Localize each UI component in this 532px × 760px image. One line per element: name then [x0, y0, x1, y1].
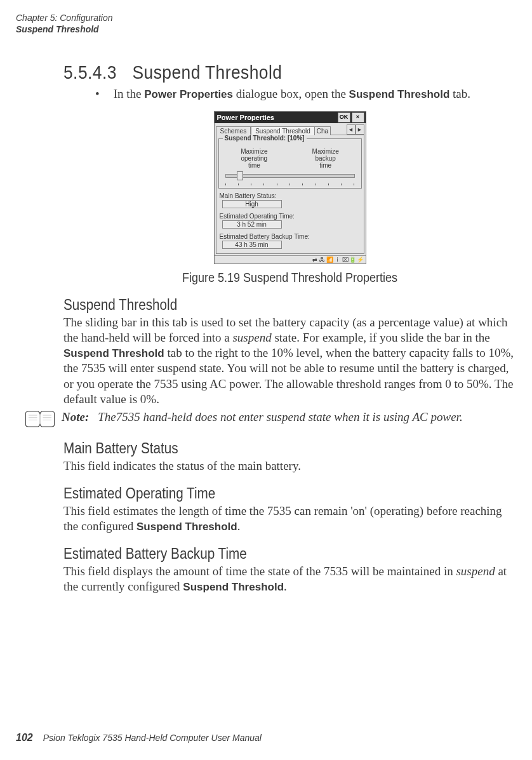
bullet-dot-icon: •: [95, 87, 100, 101]
text-frag: time: [319, 162, 331, 169]
threshold-groupbox: Suspend Threshold: [10%] Maximize operat…: [218, 138, 362, 189]
text-frag: Suspend Threshold: [: [225, 135, 290, 142]
suspend-italic: suspend: [456, 564, 495, 578]
text-frag: backup: [316, 155, 336, 162]
text-frag: time: [248, 162, 260, 169]
paragraph: The sliding bar in this tab is used to s…: [63, 315, 516, 407]
dialog-titlebar: Power Properties OK ×: [215, 112, 366, 123]
note-body: The7535 hand-held does not enter suspend…: [98, 410, 462, 423]
tab-suspend-threshold[interactable]: Suspend Threshold: [251, 126, 315, 135]
instruction-bullet: • In the Power Properties dialogue box, …: [95, 87, 516, 101]
text-frag: This field estimates the length of time …: [63, 504, 502, 533]
paragraph: This field estimates the length of time …: [63, 503, 516, 534]
suspend-threshold-bold: Suspend Threshold: [183, 581, 284, 593]
text-frag: dialogue box, open the: [233, 87, 349, 100]
paragraph: This field displays the amount of time t…: [63, 564, 516, 594]
close-button[interactable]: ×: [352, 112, 364, 123]
tray-plug-icon: ⚡: [357, 257, 364, 263]
footer: 102 Psion Teklogix 7535 Hand-Held Comput…: [16, 732, 262, 743]
est-backup-value: 43 h 35 min: [222, 241, 282, 249]
note-book-icon: [23, 410, 57, 429]
note-label: Note:: [62, 410, 89, 423]
tab-schemes[interactable]: Schemes: [216, 126, 251, 135]
figure-caption: Figure 5.19 Suspend Threshold Properties: [86, 270, 494, 285]
power-properties-label: Power Properties: [144, 88, 233, 100]
est-operating-label: Estimated Operating Time:: [220, 213, 361, 220]
text-frag: state. For example, if you slide the bar…: [272, 331, 490, 344]
text-frag: operating: [241, 155, 267, 162]
text-frag: In the: [114, 87, 145, 100]
footer-text: Psion Teklogix 7535 Hand-Held Computer U…: [43, 733, 262, 743]
slider-ticks: [225, 183, 355, 185]
dialog-panel: Suspend Threshold: [10%] Maximize operat…: [216, 135, 364, 254]
text-frag: ]: [302, 135, 304, 142]
slider-left-label: Maximize operating time: [222, 148, 288, 169]
main-battery-status-label: Main Battery Status:: [220, 192, 361, 199]
suspend-threshold-label: Suspend Threshold: [349, 88, 450, 100]
page-number: 102: [16, 732, 33, 743]
tray-signal-icon: 📶: [327, 257, 333, 263]
suspend-threshold-bold: Suspend Threshold: [136, 521, 237, 533]
text-frag: Maximize: [241, 148, 267, 155]
suspend-italic: suspend: [232, 331, 271, 344]
tray-lock-icon: ⌧: [342, 257, 349, 263]
tab-scroll-left-icon[interactable]: ◄: [347, 124, 356, 135]
tab-partial[interactable]: Cha: [315, 126, 331, 135]
est-backup-label: Estimated Battery Backup Time:: [220, 233, 361, 240]
header-line2: Suspend Threshold: [16, 24, 516, 36]
note: Note:The7535 hand-held does not enter su…: [23, 410, 516, 429]
tab-scroll-right-icon[interactable]: ►: [356, 124, 364, 135]
section-heading: 5.5.4.3 Suspend Threshold: [63, 62, 462, 83]
dialog-title: Power Properties: [216, 114, 336, 121]
threshold-slider[interactable]: [225, 171, 355, 183]
subheading-estimated-operating-time: Estimated Operating Time: [63, 485, 471, 502]
text-frag: Maximize: [312, 148, 339, 155]
paragraph: This field indicates the status of the m…: [63, 458, 516, 474]
header-line1: Chapter 5: Configuration: [16, 13, 516, 24]
tray-network-icon: 🖧: [319, 257, 326, 263]
subheading-estimated-battery-backup-time: Estimated Battery Backup Time: [63, 545, 471, 563]
ok-button[interactable]: OK: [338, 112, 350, 123]
text-frag: tab.: [449, 87, 470, 100]
threshold-value: 10%: [289, 135, 302, 142]
running-header: Chapter 5: Configuration Suspend Thresho…: [16, 13, 516, 35]
suspend-threshold-bold: Suspend Threshold: [63, 347, 164, 359]
text-frag: This field displays the amount of time t…: [63, 564, 456, 578]
slider-thumb-icon[interactable]: [237, 171, 243, 180]
section-number: 5.5.4.3: [63, 62, 117, 83]
tray-sync-icon: ⇄: [312, 257, 318, 263]
text-frag: .: [284, 580, 287, 593]
est-operating-value: 3 h 52 min: [222, 220, 282, 229]
tray-info-icon: i: [335, 257, 341, 263]
instruction-text: In the Power Properties dialogue box, op…: [114, 87, 470, 101]
taskbar: ⇄ 🖧 📶 i ⌧ 🔋 ⚡: [215, 255, 366, 263]
tab-strip: Schemes Suspend Threshold Cha ◄ ►: [215, 123, 366, 135]
slider-labels: Maximize operating time Maximize backup …: [222, 148, 359, 169]
slider-track: [225, 174, 355, 178]
text-frag: .: [237, 519, 241, 533]
tray-battery-icon: 🔋: [350, 257, 356, 263]
slider-right-label: Maximize backup time: [293, 148, 359, 169]
subheading-main-battery-status: Main Battery Status: [63, 440, 471, 457]
section-title: Suspend Threshold: [132, 62, 282, 83]
group-legend: Suspend Threshold: [10%]: [223, 135, 307, 142]
note-text: Note:The7535 hand-held does not enter su…: [62, 410, 463, 425]
power-properties-dialog: Power Properties OK × Schemes Suspend Th…: [214, 111, 366, 264]
subheading-suspend-threshold: Suspend Threshold: [63, 297, 471, 314]
figure: Power Properties OK × Schemes Suspend Th…: [63, 111, 516, 285]
main-battery-status-value: High: [222, 200, 282, 208]
